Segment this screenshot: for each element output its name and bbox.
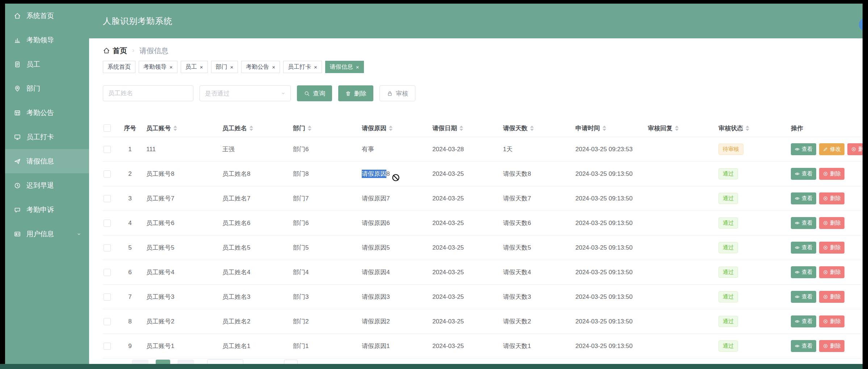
delete-button[interactable]: 删除 (819, 217, 844, 229)
batch-delete-button[interactable]: 删除 (338, 85, 373, 101)
tab-close-icon[interactable]: × (314, 64, 317, 70)
home-icon (14, 12, 21, 20)
employee-name-input[interactable] (103, 85, 193, 101)
appeal-chat-icon (14, 206, 21, 213)
cell-dept: 部门6 (289, 145, 358, 153)
cell-dept: 部门1 (289, 342, 358, 350)
tab-close-icon[interactable]: × (272, 64, 275, 70)
delete-button[interactable]: 删除 (819, 266, 844, 278)
cell-reason: 请假原因5 (358, 243, 429, 252)
status-badge: 通过 (718, 193, 738, 204)
delete-button[interactable]: 删除 (819, 242, 844, 254)
delete-button[interactable]: 删除 (819, 168, 844, 180)
column-header-days[interactable]: 请假天数 (499, 124, 572, 132)
row-checkbox[interactable] (104, 318, 111, 325)
no-drop-cursor-icon (391, 173, 400, 182)
tab-department[interactable]: 部门× (211, 61, 238, 73)
delete-button[interactable]: 删除 (819, 192, 844, 204)
status-badge: 通过 (718, 267, 738, 278)
view-button[interactable]: 查看 (791, 143, 816, 155)
tab-attendance-leader[interactable]: 考勤领导× (139, 61, 177, 73)
delete-button[interactable]: 删除 (819, 291, 844, 303)
avatar[interactable] (859, 18, 863, 31)
delete-icon (823, 319, 828, 324)
row-checkbox[interactable] (104, 220, 111, 227)
column-header-reason[interactable]: 请假原因 (358, 124, 429, 132)
row-checkbox[interactable] (104, 343, 111, 350)
column-header-name[interactable]: 员工姓名 (219, 124, 289, 132)
tab-home[interactable]: 系统首页 (103, 61, 135, 73)
column-header-date[interactable]: 请假日期 (429, 124, 499, 132)
page-size-select[interactable]: 10条/页 (207, 359, 243, 364)
delete-icon (823, 196, 828, 201)
cell-name: 员工姓名4 (219, 268, 289, 276)
sidebar-item-department[interactable]: 部门 (5, 76, 89, 101)
sidebar-item-attendance-notice[interactable]: 考勤公告 (5, 101, 89, 125)
breadcrumb-separator-icon (131, 48, 136, 53)
delete-button[interactable]: 删除 (819, 315, 844, 327)
cell-actions: 查看删除 (787, 266, 863, 278)
delete-button[interactable]: 删除 (847, 143, 863, 155)
sidebar-item-employee[interactable]: 员工 (5, 52, 89, 76)
sort-caret-icon (173, 126, 177, 131)
column-header-label: 审核状态 (718, 124, 743, 132)
cell-dept: 部门6 (289, 219, 358, 227)
row-checkbox[interactable] (104, 293, 111, 301)
cell-actions: 查看删除 (787, 315, 863, 327)
leave-send-icon (14, 158, 21, 165)
view-button[interactable]: 查看 (791, 315, 816, 327)
sidebar-item-late-early[interactable]: 迟到早退 (5, 173, 89, 198)
tab-employee-punch[interactable]: 员工打卡× (283, 61, 322, 73)
cell-actions: 查看删除 (787, 340, 863, 352)
column-header-account[interactable]: 员工账号 (143, 124, 219, 132)
view-button[interactable]: 查看 (791, 266, 816, 278)
audit-button[interactable]: 审核 (380, 85, 415, 101)
select-all-checkbox[interactable] (104, 124, 111, 132)
view-button[interactable]: 查看 (791, 192, 816, 204)
view-button[interactable]: 查看 (791, 242, 816, 254)
row-checkbox[interactable] (104, 146, 111, 153)
tab-close-icon[interactable]: × (356, 64, 359, 70)
tab-close-icon[interactable]: × (200, 64, 203, 70)
filter-bar: 是否通过 查询 删除 审核 (103, 85, 863, 101)
column-header-dept[interactable]: 部门 (289, 124, 358, 132)
search-button[interactable]: 查询 (297, 85, 332, 101)
sidebar-item-home[interactable]: 系统首页 (5, 4, 89, 28)
approval-status-select[interactable]: 是否通过 (200, 85, 291, 101)
pagination-page-1[interactable]: 1 (156, 360, 170, 364)
view-button[interactable]: 查看 (791, 217, 816, 229)
page-jump-input[interactable] (284, 360, 298, 364)
cell-account: 111 (143, 146, 219, 153)
edit-button[interactable]: 修改 (819, 143, 844, 155)
row-checkbox[interactable] (104, 244, 111, 251)
cell-actions: 查看修改删除 (787, 143, 863, 155)
column-header-status[interactable]: 审核状态 (715, 124, 787, 132)
tab-close-icon[interactable]: × (169, 64, 173, 70)
breadcrumb-home[interactable]: 首页 (103, 46, 127, 56)
tab-leave-info[interactable]: 请假信息× (325, 61, 364, 73)
row-checkbox[interactable] (104, 195, 111, 202)
view-button[interactable]: 查看 (791, 168, 816, 180)
tab-close-icon[interactable]: × (230, 64, 234, 70)
sidebar-item-employee-punch[interactable]: 员工打卡 (5, 125, 89, 149)
column-header-reply[interactable]: 审核回复 (644, 124, 715, 132)
sidebar-item-attendance-leader[interactable]: 考勤领导 (5, 28, 89, 52)
pagination-page-2[interactable]: 2 (177, 360, 194, 364)
delete-button[interactable]: 删除 (819, 340, 844, 352)
status-badge: 待审核 (718, 144, 743, 155)
pagination-prev-button[interactable]: ‹ (132, 360, 148, 364)
bottom-bar (0, 364, 863, 369)
tab-attendance-notice[interactable]: 考勤公告× (241, 61, 280, 73)
row-checkbox[interactable] (104, 269, 111, 276)
view-button[interactable]: 查看 (791, 291, 816, 303)
row-checkbox[interactable] (104, 170, 111, 178)
view-button[interactable]: 查看 (791, 340, 816, 352)
tab-employee[interactable]: 员工× (181, 61, 208, 73)
column-header-apply_time[interactable]: 申请时间 (572, 124, 644, 132)
sidebar-item-user-info[interactable]: 用户信息 (5, 222, 89, 246)
content-area: 首页 请假信息 系统首页考勤领导×员工×部门×考勤公告×员工打卡×请假信息× 是… (89, 38, 863, 359)
cell-reason: 请假原因8 (358, 170, 429, 178)
action-button-label: 删除 (830, 343, 841, 349)
sidebar-item-leave-info[interactable]: 请假信息 (5, 149, 89, 173)
sidebar-item-attendance-appeal[interactable]: 考勤申诉 (5, 198, 89, 222)
